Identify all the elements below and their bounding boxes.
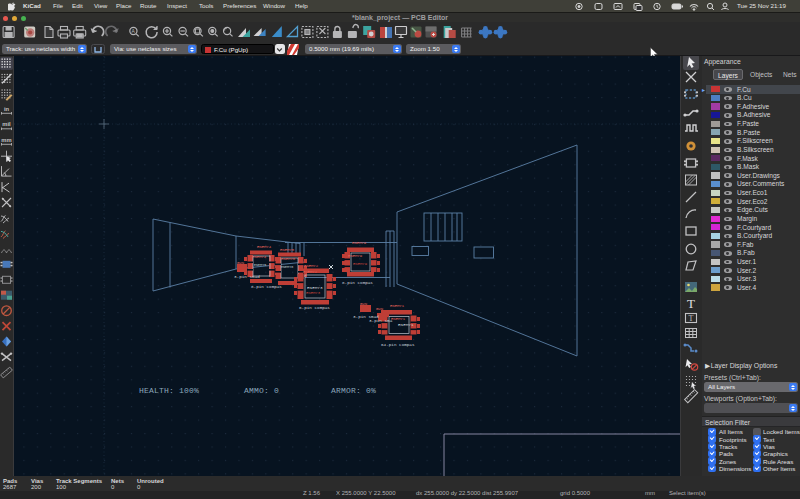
svg-text:mil: mil (2, 121, 11, 127)
svg-text:ENEMY3: ENEMY3 (306, 291, 321, 295)
svg-text:ENEMY9: ENEMY9 (348, 254, 363, 258)
svg-text:ENEMY1: ENEMY1 (390, 304, 405, 308)
svg-text:6-pin compas: 6-pin compas (299, 305, 330, 310)
svg-text:ENEMY1: ENEMY1 (398, 322, 414, 327)
svg-text:T: T (689, 314, 694, 323)
svg-text:mm: mm (1, 137, 11, 143)
svg-text:A: A (131, 28, 135, 34)
svg-text:ENEMY9: ENEMY9 (352, 241, 367, 245)
svg-text:ENEMY6: ENEMY6 (254, 263, 266, 267)
svg-text:ENEMY5: ENEMY5 (281, 257, 296, 261)
svg-text:8-pin compas: 8-pin compas (342, 280, 373, 285)
svg-text:ENEMY5: ENEMY5 (280, 248, 295, 252)
svg-text:GUN: GUN (360, 302, 368, 306)
svg-text:ENEMY1: ENEMY1 (391, 317, 406, 321)
svg-text:in: in (4, 106, 10, 112)
svg-text:ENEMY2: ENEMY2 (304, 264, 319, 268)
svg-text:GUN: GUN (376, 307, 384, 311)
svg-text:8-pin compas: 8-pin compas (251, 284, 282, 289)
svg-text:ENEMY9: ENEMY9 (353, 262, 368, 266)
svg-text:3-pin sma: 3-pin sma (369, 318, 393, 323)
svg-text:T: T (687, 296, 695, 311)
svg-text:ENEMY3: ENEMY3 (307, 285, 323, 290)
svg-text:ENEMY4: ENEMY4 (257, 245, 272, 249)
svg-text:ENEMY2: ENEMY2 (303, 270, 318, 274)
svg-text:64-pin compas: 64-pin compas (381, 342, 415, 347)
svg-text:3-pin smad: 3-pin smad (234, 274, 260, 279)
svg-text:GUN: GUN (237, 261, 245, 265)
svg-text:ENEMY4: ENEMY4 (252, 255, 267, 259)
svg-text:ENEMY8: ENEMY8 (281, 265, 293, 269)
